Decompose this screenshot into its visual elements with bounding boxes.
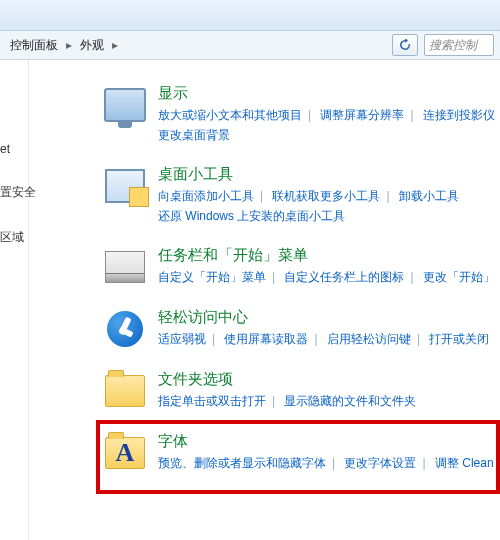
breadcrumb-item[interactable]: 外观 <box>76 35 108 56</box>
link[interactable]: 还原 Windows 上安装的桌面小工具 <box>158 209 345 223</box>
content-pane: 显示 放大或缩小文本和其他项目| 调整屏幕分辨率| 连接到投影仪 更改桌面背景 … <box>28 60 500 540</box>
category-folder: 文件夹选项 指定单击或双击打开| 显示隐藏的文件和文件夹 <box>104 370 500 412</box>
category-gadgets: 桌面小工具 向桌面添加小工具| 联机获取更多小工具| 卸载小工具 还原 Wind… <box>104 165 500 226</box>
link[interactable]: 更改「开始」 <box>423 270 495 284</box>
link[interactable]: 向桌面添加小工具 <box>158 189 254 203</box>
category-links: 预览、删除或者显示和隐藏字体| 更改字体设置| 调整 Clean <box>158 453 500 473</box>
link[interactable]: 显示隐藏的文件和文件夹 <box>284 394 416 408</box>
category-title[interactable]: 桌面小工具 <box>158 165 500 184</box>
chevron-right-icon: ▸ <box>66 38 72 52</box>
folder-icon[interactable] <box>104 370 146 412</box>
link[interactable]: 启用轻松访问键 <box>327 332 411 346</box>
breadcrumb-item[interactable]: 控制面板 <box>6 35 62 56</box>
link[interactable]: 指定单击或双击打开 <box>158 394 266 408</box>
sidebar: et 置安全 区域 <box>0 60 29 540</box>
category-display: 显示 放大或缩小文本和其他项目| 调整屏幕分辨率| 连接到投影仪 更改桌面背景 <box>104 84 500 145</box>
chevron-right-icon: ▸ <box>112 38 118 52</box>
window-titlebar <box>0 0 500 31</box>
link[interactable]: 调整 Clean <box>435 456 494 470</box>
link[interactable]: 打开或关闭 <box>429 332 489 346</box>
address-bar: 控制面板 ▸ 外观 ▸ 搜索控制 <box>0 31 500 60</box>
category-title[interactable]: 文件夹选项 <box>158 370 500 389</box>
link[interactable]: 连接到投影仪 <box>423 108 495 122</box>
monitor-icon[interactable] <box>104 84 146 126</box>
category-title[interactable]: 显示 <box>158 84 500 103</box>
category-taskbar: 任务栏和「开始」菜单 自定义「开始」菜单| 自定义任务栏上的图标| 更改「开始」 <box>104 246 500 288</box>
link[interactable]: 使用屏幕读取器 <box>224 332 308 346</box>
link[interactable]: 更改字体设置 <box>344 456 416 470</box>
link[interactable]: 卸载小工具 <box>399 189 459 203</box>
category-links: 放大或缩小文本和其他项目| 调整屏幕分辨率| 连接到投影仪 更改桌面背景 <box>158 105 500 145</box>
link[interactable]: 适应弱视 <box>158 332 206 346</box>
search-input[interactable]: 搜索控制 <box>424 34 494 56</box>
category-fonts: A 字体 预览、删除或者显示和隐藏字体| 更改字体设置| 调整 Clean <box>104 432 500 474</box>
sidebar-item[interactable]: 区域 <box>0 229 28 246</box>
fonts-icon[interactable]: A <box>104 432 146 474</box>
breadcrumb[interactable]: 控制面板 ▸ 外观 ▸ <box>6 35 386 56</box>
refresh-button[interactable] <box>392 34 418 56</box>
link[interactable]: 预览、删除或者显示和隐藏字体 <box>158 456 326 470</box>
category-links: 自定义「开始」菜单| 自定义任务栏上的图标| 更改「开始」 <box>158 267 500 287</box>
link[interactable]: 自定义「开始」菜单 <box>158 270 266 284</box>
category-title[interactable]: 任务栏和「开始」菜单 <box>158 246 500 265</box>
sidebar-item[interactable]: 置安全 <box>0 184 28 201</box>
link[interactable]: 调整屏幕分辨率 <box>320 108 404 122</box>
search-placeholder: 搜索控制 <box>429 37 477 54</box>
category-title[interactable]: 字体 <box>158 432 500 451</box>
ease-of-access-icon[interactable] <box>104 308 146 350</box>
link[interactable]: 更改桌面背景 <box>158 128 230 142</box>
link[interactable]: 放大或缩小文本和其他项目 <box>158 108 302 122</box>
category-links: 指定单击或双击打开| 显示隐藏的文件和文件夹 <box>158 391 500 411</box>
category-ease: 轻松访问中心 适应弱视| 使用屏幕读取器| 启用轻松访问键| 打开或关闭 <box>104 308 500 350</box>
category-title[interactable]: 轻松访问中心 <box>158 308 500 327</box>
category-links: 适应弱视| 使用屏幕读取器| 启用轻松访问键| 打开或关闭 <box>158 329 500 349</box>
category-links: 向桌面添加小工具| 联机获取更多小工具| 卸载小工具 还原 Windows 上安… <box>158 186 500 226</box>
link[interactable]: 联机获取更多小工具 <box>272 189 380 203</box>
taskbar-icon[interactable] <box>104 246 146 288</box>
link[interactable]: 自定义任务栏上的图标 <box>284 270 404 284</box>
gadget-icon[interactable] <box>104 165 146 207</box>
sidebar-item[interactable]: et <box>0 142 28 156</box>
refresh-icon <box>399 39 411 51</box>
